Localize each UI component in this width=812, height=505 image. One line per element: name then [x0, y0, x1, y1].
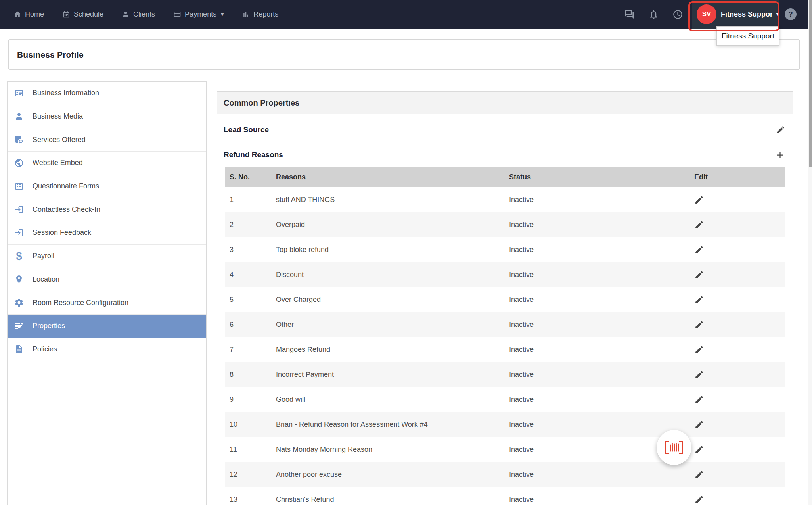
edit-reason-button[interactable]: [694, 445, 780, 455]
bell-icon[interactable]: [648, 9, 659, 20]
gear-icon: [14, 298, 24, 307]
sidebar-item-questionnaire-forms[interactable]: Questionnaire Forms: [8, 175, 206, 198]
sidebar-item-label: Website Embed: [33, 159, 83, 167]
sidebar-item-location[interactable]: Location: [8, 268, 206, 292]
row-number: 10: [225, 412, 271, 437]
edit-reason-button[interactable]: [694, 295, 780, 305]
sidebar-item-label: Properties: [33, 322, 65, 330]
row-status: Inactive: [504, 237, 689, 262]
refund-reason-row: 8Incorrect PaymentInactive: [225, 362, 785, 387]
row-number: 3: [225, 237, 271, 262]
table-header-row: S. No. Reasons Status Edit: [225, 167, 785, 187]
refund-reason-row: 3Top bloke refundInactive: [225, 237, 785, 262]
map-pin-icon: [14, 275, 24, 284]
person-tie-icon: [14, 112, 24, 121]
scrollbar-thumb[interactable]: [809, 0, 812, 167]
edit-reason-button[interactable]: [694, 495, 780, 505]
edit-reason-button[interactable]: [694, 245, 780, 255]
sidebar-item-label: Services Offered: [33, 136, 86, 144]
edit-reason-button[interactable]: [694, 420, 780, 430]
settings-sidebar: Business InformationBusiness MediaServic…: [7, 81, 207, 505]
edit-reason-button[interactable]: [694, 370, 780, 380]
nav-item-schedule[interactable]: Schedule: [62, 10, 103, 19]
chevron-down-icon: ▾: [221, 11, 224, 17]
row-number: 1: [225, 187, 271, 212]
row-reason: Overpaid: [271, 212, 504, 237]
edit-reason-button[interactable]: [694, 395, 780, 405]
nav-item-reports[interactable]: Reports: [242, 10, 278, 19]
sidebar-item-session-feedback[interactable]: Session Feedback: [8, 221, 206, 245]
add-refund-reason-button[interactable]: [775, 150, 785, 160]
row-status: Inactive: [504, 362, 689, 387]
row-status: Inactive: [504, 212, 689, 237]
sidebar-item-payroll[interactable]: $Payroll: [8, 245, 206, 268]
vertical-scrollbar[interactable]: [808, 0, 812, 505]
nav-item-home[interactable]: Home: [13, 10, 44, 19]
row-status: Inactive: [504, 187, 689, 212]
refund-reason-row: 1stuff AND THINGSInactive: [225, 187, 785, 212]
edit-reason-button[interactable]: [694, 320, 780, 330]
lead-source-label: Lead Source: [224, 125, 269, 134]
nav-item-clients[interactable]: Clients: [122, 10, 155, 19]
help-icon[interactable]: ?: [785, 8, 797, 20]
refund-reason-row: 10Brian - Refund Reason for Assessment W…: [225, 412, 785, 437]
panel-title: Common Properties: [217, 92, 793, 114]
column-header-edit: Edit: [689, 167, 785, 187]
lead-source-edit-button[interactable]: [776, 125, 785, 134]
sidebar-item-label: Policies: [33, 345, 57, 353]
sidebar-item-business-media[interactable]: Business Media: [8, 105, 206, 129]
column-header-status: Status: [504, 167, 689, 187]
row-number: 6: [225, 312, 271, 337]
row-reason: Nats Monday Morning Reason: [271, 437, 504, 462]
edit-doc-icon: [14, 321, 24, 331]
user-menu-button[interactable]: SV Fitness Support... ▾: [692, 0, 779, 29]
nav-item-label: Home: [25, 10, 44, 19]
row-status: Inactive: [504, 262, 689, 287]
sidebar-item-label: Business Information: [33, 89, 99, 97]
row-status: Inactive: [504, 287, 689, 312]
row-reason: Brian - Refund Reason for Assessment Wor…: [271, 412, 504, 437]
sidebar-item-contactless-check-in[interactable]: Contactless Check-In: [8, 198, 206, 221]
sidebar-item-policies[interactable]: Policies: [8, 338, 206, 361]
nav-item-label: Clients: [133, 10, 155, 19]
barcode-scan-floating-button[interactable]: [657, 430, 691, 465]
user-name-label: Fitness Support...: [721, 10, 773, 19]
row-status: Inactive: [504, 337, 689, 362]
person-icon: [122, 10, 130, 18]
sidebar-item-properties[interactable]: Properties: [8, 315, 206, 338]
edit-reason-button[interactable]: [694, 470, 780, 480]
refund-reason-row: 9Good willInactive: [225, 387, 785, 412]
edit-reason-button[interactable]: [694, 270, 780, 280]
nav-menu: HomeScheduleClientsPayments▾Reports: [13, 10, 278, 19]
row-number: 13: [225, 487, 271, 505]
edit-reason-button[interactable]: [694, 195, 780, 205]
row-number: 11: [225, 437, 271, 462]
chevron-down-icon: ▾: [776, 11, 779, 18]
sidebar-item-services-offered[interactable]: Services Offered: [8, 128, 206, 152]
sidebar-item-label: Session Feedback: [33, 228, 91, 237]
row-reason: Another poor excuse: [271, 462, 504, 487]
nav-item-label: Reports: [253, 10, 278, 19]
refund-reason-row: 11Nats Monday Morning ReasonInactive: [225, 437, 785, 462]
edit-reason-button[interactable]: [694, 345, 780, 355]
row-number: 9: [225, 387, 271, 412]
book-chat-icon: [14, 135, 24, 144]
edit-reason-button[interactable]: [694, 220, 780, 230]
user-dropdown-item[interactable]: Fitness Support: [717, 27, 779, 45]
row-number: 4: [225, 262, 271, 287]
sidebar-item-business-information[interactable]: Business Information: [8, 82, 206, 105]
refund-reasons-label: Refund Reasons: [224, 150, 283, 159]
sidebar-item-label: Room Resource Configuration: [33, 299, 128, 307]
chat-icon[interactable]: [624, 9, 635, 20]
sidebar-item-website-embed[interactable]: Website Embed: [8, 152, 206, 175]
page-title-card: Business Profile: [8, 39, 800, 70]
clock-icon[interactable]: [672, 9, 683, 20]
home-icon: [13, 10, 21, 18]
sign-in-icon: [14, 228, 24, 238]
page-title: Business Profile: [17, 50, 84, 60]
nav-item-label: Schedule: [74, 10, 103, 19]
nav-item-payments[interactable]: Payments▾: [173, 10, 224, 19]
sidebar-item-label: Contactless Check-In: [33, 205, 100, 214]
sidebar-item-room-resource-configuration[interactable]: Room Resource Configuration: [8, 291, 206, 315]
refund-reason-row: 5Over ChargedInactive: [225, 287, 785, 312]
